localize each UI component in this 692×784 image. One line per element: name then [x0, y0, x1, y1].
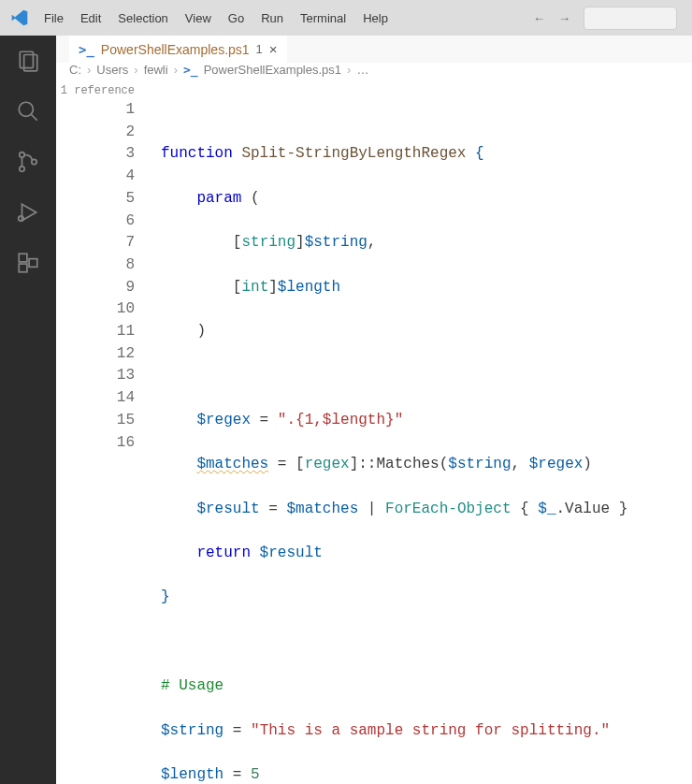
tab-title: PowerShellExamples.ps1	[101, 42, 250, 57]
code-body[interactable]: function Split-StringByLengthRegex { par…	[161, 80, 692, 784]
svg-point-2	[19, 102, 33, 116]
extensions-icon[interactable]	[16, 251, 40, 275]
tab-dirty-indicator: 1	[256, 42, 263, 56]
editor-tabs: >_ PowerShellExamples.ps1 1 ×	[56, 36, 692, 63]
menu-go[interactable]: Go	[220, 6, 252, 31]
search-icon[interactable]	[16, 99, 40, 123]
tab-powershellexamples[interactable]: >_ PowerShellExamples.ps1 1 ×	[69, 36, 287, 63]
editor[interactable]: 1 reference 12345678910111213141516 func…	[56, 77, 692, 784]
tab-close-icon[interactable]: ×	[269, 41, 278, 57]
svg-point-6	[32, 159, 36, 164]
menubar: File Edit Selection View Go Run Terminal…	[36, 6, 396, 31]
breadcrumb-seg[interactable]: Users	[96, 63, 128, 77]
menu-view[interactable]: View	[177, 6, 220, 31]
menu-terminal[interactable]: Terminal	[292, 6, 354, 31]
svg-rect-10	[19, 264, 27, 272]
run-debug-icon[interactable]	[16, 200, 40, 225]
menu-selection[interactable]: Selection	[109, 6, 176, 31]
explorer-icon[interactable]	[16, 49, 40, 73]
svg-point-8	[19, 216, 23, 221]
line-gutter: 1 reference 12345678910111213141516	[56, 80, 161, 784]
menu-file[interactable]: File	[36, 6, 72, 31]
breadcrumbs[interactable]: C:› Users› fewli› >_ PowerShellExamples.…	[56, 63, 692, 77]
svg-point-4	[20, 152, 24, 157]
svg-line-3	[31, 114, 37, 121]
source-control-icon[interactable]	[16, 150, 40, 174]
codelens[interactable]: 1 reference	[56, 80, 135, 99]
nav-back-icon[interactable]: ←	[533, 11, 545, 25]
svg-rect-11	[29, 259, 37, 268]
nav-controls: ← →	[533, 7, 677, 30]
menu-run[interactable]: Run	[252, 6, 292, 31]
breadcrumb-seg[interactable]: …	[356, 63, 368, 77]
powershell-file-icon: >_	[79, 42, 94, 57]
powershell-file-icon: >_	[183, 63, 198, 77]
command-center-input[interactable]	[584, 7, 677, 30]
title-bar: File Edit Selection View Go Run Terminal…	[0, 0, 692, 36]
menu-help[interactable]: Help	[354, 6, 396, 31]
nav-forward-icon[interactable]: →	[558, 11, 570, 25]
menu-edit[interactable]: Edit	[72, 6, 109, 31]
svg-point-5	[20, 167, 24, 171]
activity-bar	[0, 36, 56, 784]
breadcrumb-seg[interactable]: fewli	[144, 63, 168, 77]
svg-rect-9	[19, 254, 27, 262]
vscode-logo-icon	[4, 8, 36, 27]
breadcrumb-seg[interactable]: C:	[69, 63, 81, 77]
breadcrumb-seg[interactable]: PowerShellExamples.ps1	[204, 63, 341, 77]
